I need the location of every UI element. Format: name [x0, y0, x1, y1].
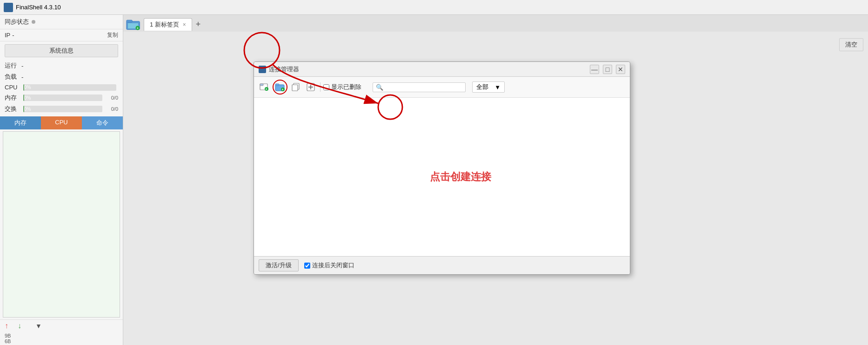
new-connection-button[interactable]: + — [258, 81, 271, 93]
upload-arrow-icon: ↑ — [5, 322, 8, 330]
swap-percent: 0% — [24, 107, 31, 112]
download-arrow-icon: ↓ — [18, 322, 21, 330]
sidebar: 同步状态 IP - 复制 系统信息 运行 - 负载 - CPU 0% — [0, 15, 123, 345]
create-connection-hint: 点击创建连接 — [430, 170, 491, 184]
tab-bar: + 1 新标签页 × + — [123, 15, 868, 32]
tab-new-page[interactable]: 1 新标签页 × — [144, 18, 192, 31]
filter-arrow-icon: ▼ — [494, 84, 501, 91]
sync-row: 同步状态 — [0, 15, 123, 29]
run-label: 运行 — [5, 61, 21, 70]
maximize-button[interactable]: □ — [603, 65, 612, 74]
ip-value: - — [12, 32, 14, 39]
net-down-value: 6B — [5, 338, 11, 344]
load-label: 负载 — [5, 73, 21, 81]
run-value: - — [21, 62, 23, 69]
load-stat-row: 负载 - — [0, 71, 123, 82]
cpu-bar: 0% — [23, 84, 116, 91]
show-deleted-label[interactable]: 显示已删除 — [323, 83, 361, 91]
load-value: - — [21, 74, 23, 81]
mem-percent: 0% — [24, 95, 31, 101]
cpu-bar-inner: 0% — [23, 84, 24, 91]
mem-stat-row: 内存 0% 0/0 — [0, 92, 123, 103]
new-connection-icon: + — [260, 83, 269, 91]
connection-manager-dialog: 连接管理器 — □ ✕ + — [254, 61, 630, 275]
toolbar-separator — [320, 82, 320, 92]
mem-ratio: 0/0 — [104, 95, 118, 101]
dialog-icon — [259, 66, 266, 73]
conn-manager-toolbar: + + — [254, 77, 630, 98]
run-stat-row: 运行 - — [0, 60, 123, 71]
app-icon — [4, 3, 13, 12]
close-after-connect-label[interactable]: 连接后关闭窗口 — [304, 261, 354, 270]
sync-label: 同步状态 — [5, 18, 29, 26]
svg-text:+: + — [266, 88, 267, 91]
tab-cpu[interactable]: CPU — [41, 116, 82, 129]
filter-label: 全部 — [476, 83, 488, 91]
titlebar: FinalShell 4.3.10 — [0, 0, 868, 15]
tab-close-button[interactable]: × — [183, 21, 186, 28]
add-tab-button[interactable]: + — [196, 20, 201, 28]
show-deleted-checkbox[interactable] — [323, 84, 329, 90]
mem-label: 内存 — [5, 94, 21, 102]
bottom-row: ↑ ↓ ▼ — [0, 319, 123, 332]
tab-memory[interactable]: 内存 — [0, 116, 41, 129]
search-input[interactable] — [383, 84, 462, 91]
conn-manager-footer: 激活/升级 连接后关闭窗口 — [254, 256, 630, 274]
tab-label: 1 新标签页 — [150, 20, 179, 29]
swap-label: 交换 — [5, 105, 21, 113]
cpu-label: CPU — [5, 84, 21, 91]
conn-manager-content: 点击创建连接 — [254, 98, 630, 256]
search-icon: 🔍 — [376, 84, 383, 91]
main-layout: 同步状态 IP - 复制 系统信息 运行 - 负载 - CPU 0% — [0, 15, 868, 345]
folder-open-svg: + — [126, 18, 141, 31]
search-box[interactable]: 🔍 — [373, 82, 466, 92]
show-deleted-text: 显示已删除 — [331, 83, 361, 91]
svg-text:+: + — [137, 27, 139, 30]
copy-icon — [292, 83, 300, 91]
folder-icon-button[interactable]: + — [125, 17, 142, 31]
svg-text:+: + — [282, 88, 284, 91]
net-stats: 9B 6B — [0, 332, 123, 345]
svg-rect-1 — [127, 20, 132, 22]
copy-button[interactable] — [289, 81, 302, 93]
swap-bar-inner: 0% — [23, 106, 24, 112]
new-folder-button[interactable]: + — [273, 80, 287, 95]
net-up-value: 9B — [5, 333, 11, 338]
filter-dropdown[interactable]: 全部 ▼ — [472, 81, 505, 93]
add-icon — [307, 83, 315, 91]
svg-rect-10 — [275, 84, 279, 86]
new-folder-icon: + — [275, 82, 285, 92]
svg-rect-6 — [260, 84, 263, 86]
minimize-button[interactable]: — — [590, 65, 599, 74]
close-after-connect-text: 连接后关闭窗口 — [312, 261, 354, 270]
cpu-stat-row: CPU 0% — [0, 82, 123, 92]
swap-ratio: 0/0 — [104, 106, 118, 112]
mem-bar: 0% — [23, 95, 102, 101]
cpu-percent: 0% — [24, 85, 31, 90]
close-after-connect-checkbox[interactable] — [304, 263, 310, 269]
dialog-controls: — □ ✕ — [590, 65, 625, 74]
app-title: FinalShell 4.3.10 — [16, 4, 61, 11]
swap-bar: 0% — [23, 106, 102, 112]
sys-info-button[interactable]: 系统信息 — [5, 44, 118, 57]
swap-stat-row: 交换 0% 0/0 — [0, 103, 123, 115]
clear-button[interactable]: 清空 — [839, 38, 863, 51]
copy-button[interactable]: 复制 — [107, 31, 118, 39]
tab-command[interactable]: 命令 — [82, 116, 123, 129]
ip-label: IP — [5, 32, 10, 39]
chart-tabs: 内存 CPU 命令 — [0, 116, 123, 129]
mem-bar-inner: 0% — [23, 95, 24, 101]
close-button[interactable]: ✕ — [616, 65, 625, 74]
chart-area — [3, 131, 120, 318]
dropdown-arrow-icon: ▼ — [35, 322, 42, 330]
activate-upgrade-button[interactable]: 激活/升级 — [259, 259, 299, 271]
sync-dot — [32, 20, 35, 24]
ip-row: IP - 复制 — [0, 29, 123, 41]
svg-rect-14 — [292, 85, 298, 91]
dialog-titlebar: 连接管理器 — □ ✕ — [254, 62, 630, 77]
content-area: + 1 新标签页 × + 清空 连接管理器 — □ ✕ — [123, 15, 868, 345]
add-button[interactable] — [304, 81, 317, 93]
dialog-title: 连接管理器 — [269, 65, 590, 74]
